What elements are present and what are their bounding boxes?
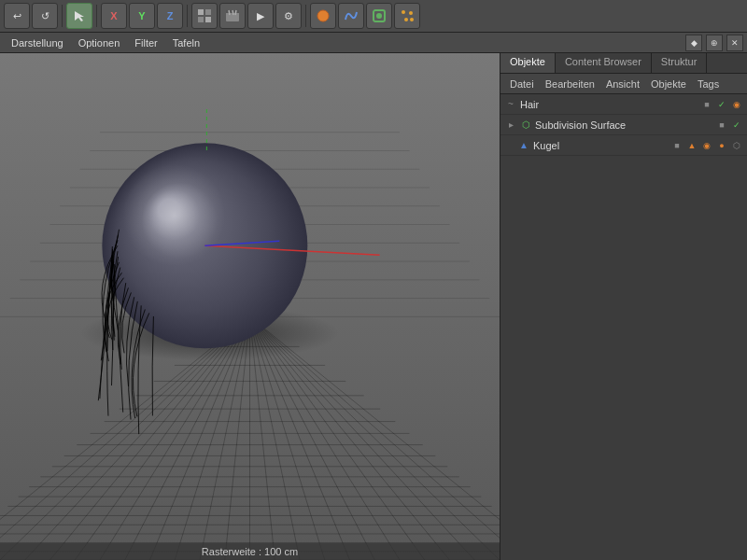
panel-menubar: Datei Bearbeiten Ansicht Objekte Tags [500, 74, 747, 94]
tab-objekte[interactable]: Objekte [500, 53, 556, 73]
kugel-actions: ■ ▲ ◉ ● ⬡ [670, 139, 743, 152]
menu-optionen[interactable]: Optionen [71, 35, 128, 50]
hair-action-3[interactable]: ◉ [730, 98, 743, 111]
panel-menu-ansicht[interactable]: Ansicht [600, 77, 645, 91]
svg-rect-2 [205, 9, 211, 15]
tab-struktur[interactable]: Struktur [652, 53, 708, 73]
menu-tafeln[interactable]: Tafeln [165, 35, 207, 50]
subdivision-name: Subdivision Surface [535, 119, 715, 131]
grid-button[interactable] [191, 3, 218, 29]
separator-2 [96, 5, 97, 27]
svg-point-16 [410, 18, 414, 21]
viewport[interactable]: Rasterweite : 100 cm [0, 53, 500, 560]
panel-menu-tags[interactable]: Tags [692, 77, 725, 91]
menubar: Darstellung Optionen Filter Tafeln ◆ ⊕ ✕ [0, 33, 747, 53]
subdivision-action-2[interactable]: ✓ [730, 119, 743, 132]
settings-button[interactable]: ⚙ [275, 3, 302, 29]
svg-point-14 [409, 11, 413, 15]
right-panel: Objekte Content Browser Struktur Datei B… [500, 53, 747, 560]
tab-content-browser[interactable]: Content Browser [556, 53, 652, 73]
svg-line-8 [233, 10, 233, 15]
panel-menu-datei[interactable]: Datei [504, 77, 540, 91]
redo-button[interactable]: ↺ [32, 3, 58, 29]
svg-line-7 [229, 10, 230, 15]
tab-bar: Objekte Content Browser Struktur [500, 53, 747, 74]
subdivision-actions: ■ ✓ [715, 119, 743, 132]
kugel-icon: ▲ [517, 139, 530, 152]
z-axis-button[interactable]: Z [157, 3, 183, 29]
curve-button[interactable] [338, 3, 364, 29]
clapper-button[interactable] [219, 3, 246, 29]
kugel-name: Kugel [533, 140, 670, 151]
particles-button[interactable] [394, 3, 420, 29]
hair-icon: ~ [504, 98, 517, 111]
svg-rect-3 [198, 17, 204, 22]
toolbar: ↩ ↺ X Y Z ▶ ⚙ [0, 0, 747, 33]
svg-point-10 [317, 10, 329, 21]
view-icon-3[interactable]: ✕ [726, 35, 743, 51]
menu-darstellung[interactable]: Darstellung [4, 35, 71, 50]
object-row-hair[interactable]: ~ Hair ■ ✓ ◉ [500, 94, 747, 115]
panel-menu-bearbeiten[interactable]: Bearbeiten [540, 77, 600, 91]
subdivision-icon: ⬡ [519, 119, 532, 132]
svg-point-12 [376, 13, 382, 19]
separator-4 [305, 5, 306, 27]
kugel-action-1[interactable]: ■ [670, 139, 684, 152]
svg-marker-0 [75, 11, 84, 21]
svg-rect-4 [205, 17, 211, 22]
sphere-button[interactable] [310, 3, 336, 29]
kugel-action-3[interactable]: ◉ [700, 139, 713, 152]
kugel-action-4[interactable]: ● [715, 139, 728, 152]
subdivision-action-1[interactable]: ■ [715, 119, 728, 132]
kugel-action-5[interactable]: ⬡ [730, 139, 743, 152]
play-button[interactable]: ▶ [247, 3, 274, 29]
hair-action-1[interactable]: ■ [700, 98, 713, 111]
viewport-canvas [0, 53, 500, 560]
hair-action-2[interactable]: ✓ [715, 98, 728, 111]
object-row-subdivision[interactable]: ▸ ⬡ Subdivision Surface ■ ✓ [500, 115, 747, 135]
view-icon-1[interactable]: ◆ [685, 35, 702, 51]
select-button[interactable] [66, 3, 92, 29]
x-axis-button[interactable]: X [101, 3, 127, 29]
grid-label: Rasterweite : 100 cm [202, 546, 298, 557]
object-row-kugel[interactable]: ▲ Kugel ■ ▲ ◉ ● ⬡ [500, 135, 747, 156]
panel-menu-objekte[interactable]: Objekte [645, 77, 692, 91]
hair-actions: ■ ✓ ◉ [700, 98, 743, 111]
hair-name: Hair [520, 99, 700, 110]
subdivision-expand-icon[interactable]: ▸ [504, 119, 517, 132]
svg-point-15 [404, 18, 408, 21]
undo-button[interactable]: ↩ [4, 3, 30, 29]
y-axis-button[interactable]: Y [129, 3, 155, 29]
object-list: ~ Hair ■ ✓ ◉ ▸ ⬡ Subdivision Surface ■ ✓ [500, 94, 747, 560]
separator-3 [187, 5, 188, 27]
svg-line-9 [235, 10, 236, 15]
svg-point-13 [402, 10, 405, 14]
menu-filter[interactable]: Filter [127, 35, 164, 50]
main-layout: Rasterweite : 100 cm Objekte Content Bro… [0, 53, 747, 560]
svg-rect-1 [198, 9, 204, 15]
view-icon-2[interactable]: ⊕ [706, 35, 723, 51]
nurbs-button[interactable] [366, 3, 392, 29]
kugel-action-2[interactable]: ▲ [685, 139, 698, 152]
status-bar: Rasterweite : 100 cm [0, 543, 500, 560]
separator-1 [62, 5, 63, 27]
